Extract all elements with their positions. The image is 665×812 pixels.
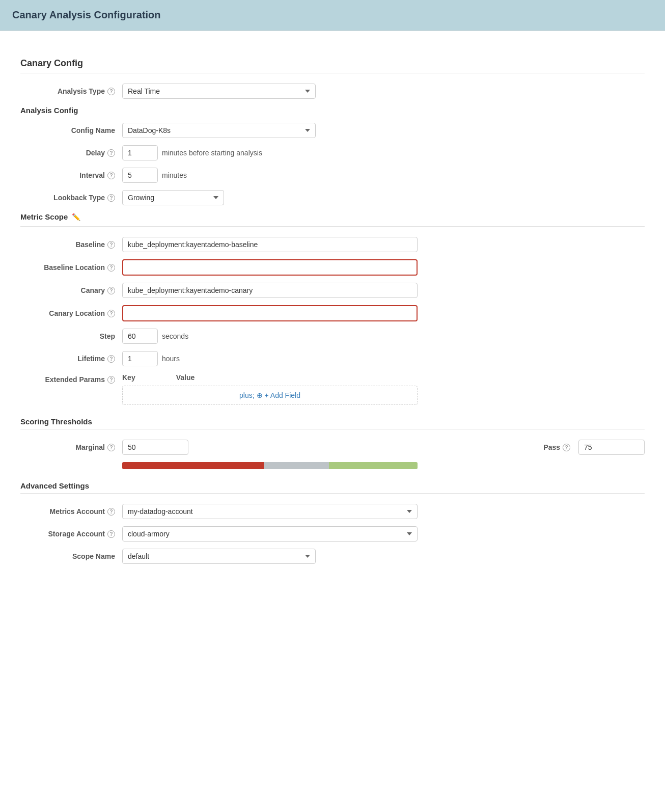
lifetime-row: Lifetime ? hours [20, 351, 645, 366]
baseline-location-label: Baseline Location ? [20, 263, 122, 272]
canary-label: Canary ? [20, 286, 122, 294]
delay-row: Delay ? minutes before starting analysis [20, 145, 645, 160]
baseline-label: Baseline ? [20, 240, 122, 249]
pass-input[interactable] [578, 440, 645, 455]
lookback-type-help-icon[interactable]: ? [107, 194, 115, 202]
baseline-location-row: Baseline Location ? [20, 259, 645, 276]
bar-gray [264, 462, 329, 469]
baseline-location-help-icon[interactable]: ? [107, 264, 115, 272]
divider-2 [20, 226, 645, 227]
canary-location-label: Canary Location ? [20, 309, 122, 317]
baseline-row: Baseline ? [20, 237, 645, 252]
config-name-row: Config Name DataDog-K8s [20, 123, 645, 138]
storage-account-row: Storage Account ? cloud-armory [20, 526, 645, 542]
scope-name-row: Scope Name default [20, 549, 645, 564]
analysis-type-help-icon[interactable]: ? [107, 88, 115, 95]
metrics-account-row: Metrics Account ? my-datadog-account [20, 504, 645, 519]
extended-params-header: Key Value [122, 373, 645, 382]
analysis-type-label: Analysis Type ? [20, 87, 122, 95]
canary-location-help-icon[interactable]: ? [107, 310, 115, 317]
extended-params-content: Key Value plus; ⊕ + Add Field [122, 373, 645, 405]
marginal-label: Marginal ? [20, 443, 122, 451]
interval-label: Interval ? [20, 171, 122, 179]
extended-params-row: Extended Params ? Key Value plus; ⊕ + Ad… [20, 373, 645, 405]
step-label: Step [20, 332, 122, 340]
pencil-icon[interactable]: ✏️ [72, 213, 80, 221]
bar-red [122, 462, 264, 469]
analysis-type-select[interactable]: Real Time Retrospective [122, 84, 316, 99]
extended-params-help-icon[interactable]: ? [107, 376, 115, 384]
metrics-account-help-icon[interactable]: ? [107, 508, 115, 516]
storage-account-label: Storage Account ? [20, 530, 122, 538]
advanced-settings-title: Advanced Settings [20, 481, 645, 490]
canary-help-icon[interactable]: ? [107, 287, 115, 294]
canary-row: Canary ? [20, 283, 645, 298]
delay-suffix: minutes before starting analysis [162, 149, 262, 157]
scoring-row: Marginal ? Pass ? [20, 440, 645, 455]
delay-input[interactable] [122, 145, 158, 160]
step-input[interactable] [122, 329, 158, 344]
add-field-label: ⊕ + Add Field [257, 391, 300, 399]
lifetime-help-icon[interactable]: ? [107, 355, 115, 363]
lookback-type-select[interactable]: Growing Sliding [122, 190, 224, 205]
baseline-help-icon[interactable]: ? [107, 241, 115, 249]
canary-input[interactable] [122, 283, 418, 298]
scoring-thresholds-title: Scoring Thresholds [20, 417, 645, 426]
interval-suffix: minutes [162, 171, 187, 179]
lifetime-label: Lifetime ? [20, 355, 122, 363]
delay-label: Delay ? [20, 149, 122, 157]
pass-label: Pass ? [543, 443, 574, 451]
baseline-input[interactable] [122, 237, 418, 252]
metrics-account-label: Metrics Account ? [20, 507, 122, 516]
scope-name-select[interactable]: default [122, 549, 316, 564]
interval-row: Interval ? minutes [20, 168, 645, 183]
step-suffix: seconds [162, 332, 188, 340]
page-title: Canary Analysis Configuration [12, 9, 161, 20]
metrics-account-select[interactable]: my-datadog-account [122, 504, 418, 519]
config-name-label: Config Name [20, 126, 122, 134]
pass-help-icon[interactable]: ? [563, 444, 570, 451]
extended-params-label: Extended Params ? [20, 373, 122, 384]
scoring-bar [122, 462, 418, 469]
metric-scope-title: Metric Scope ✏️ [20, 212, 645, 221]
lifetime-input[interactable] [122, 351, 158, 366]
step-row: Step seconds [20, 329, 645, 344]
lookback-type-label: Lookback Type ? [20, 194, 122, 202]
baseline-location-input[interactable] [122, 259, 418, 276]
config-name-select[interactable]: DataDog-K8s [122, 123, 316, 138]
delay-help-icon[interactable]: ? [107, 149, 115, 157]
value-header: Value [176, 373, 195, 382]
canary-location-row: Canary Location ? [20, 305, 645, 321]
storage-account-help-icon[interactable]: ? [107, 530, 115, 538]
analysis-type-row: Analysis Type ? Real Time Retrospective [20, 84, 645, 99]
add-field-icon: plus; [239, 391, 255, 399]
lookback-type-row: Lookback Type ? Growing Sliding [20, 190, 645, 205]
canary-config-title: Canary Config [20, 58, 645, 69]
divider-1 [20, 73, 645, 73]
interval-input[interactable] [122, 168, 158, 183]
lifetime-suffix: hours [162, 355, 180, 363]
analysis-config-title: Analysis Config [20, 106, 645, 115]
canary-location-input[interactable] [122, 305, 418, 321]
divider-3 [20, 429, 645, 429]
marginal-help-icon[interactable]: ? [107, 444, 115, 451]
divider-4 [20, 493, 645, 494]
interval-help-icon[interactable]: ? [107, 172, 115, 179]
add-field-button[interactable]: plus; ⊕ + Add Field [122, 386, 418, 405]
page-header: Canary Analysis Configuration [0, 0, 665, 31]
key-header: Key [122, 373, 135, 382]
storage-account-select[interactable]: cloud-armory [122, 526, 418, 542]
scope-name-label: Scope Name [20, 552, 122, 560]
page-content: Canary Config Analysis Type ? Real Time … [0, 31, 665, 812]
bar-green [329, 462, 418, 469]
marginal-input[interactable] [122, 440, 188, 455]
